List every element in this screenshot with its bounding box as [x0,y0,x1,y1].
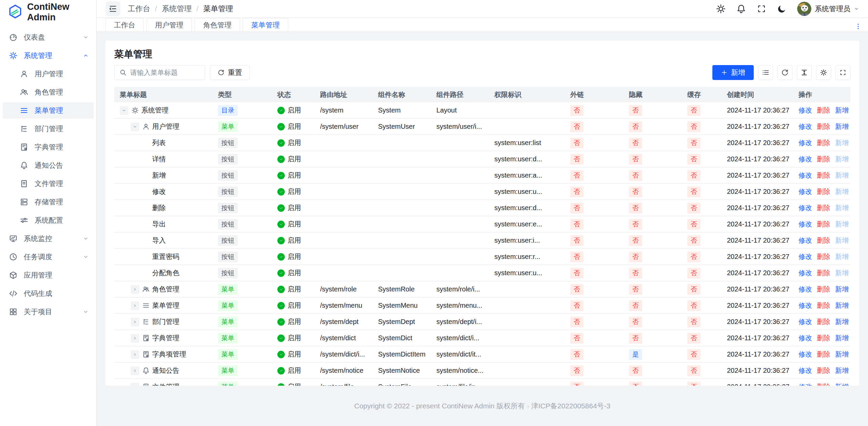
tree-expand-button[interactable] [120,106,129,115]
delete-link[interactable]: 删除 [817,187,830,196]
add-link: 新增 [835,155,849,164]
sidebar-item-grid[interactable]: 关于项目 [3,304,94,320]
tree-expand-button[interactable] [131,366,139,375]
sidebar-item-dashboard[interactable]: 仪表盘 [3,29,94,45]
tree-expand-button[interactable] [131,122,139,131]
moon-icon[interactable] [777,4,787,14]
delete-link[interactable]: 删除 [817,382,830,386]
add-link[interactable]: 新增 [835,366,849,375]
sidebar-item-bell[interactable]: 通知公告 [3,157,94,174]
expand-collapse-list-button[interactable] [758,65,773,80]
sidebar-item-config[interactable]: 系统配置 [3,212,94,228]
sidebar-item-dict[interactable]: 字典管理 [3,139,94,155]
table-fullscreen-button[interactable] [835,65,850,80]
edit-link[interactable]: 修改 [798,317,812,326]
settings-icon[interactable] [716,4,726,14]
add-link[interactable]: 新增 [835,301,849,310]
tree-expand-button[interactable] [131,334,139,343]
refresh-table-button[interactable] [777,65,792,80]
edit-link[interactable]: 修改 [798,236,812,245]
delete-link[interactable]: 删除 [817,236,830,245]
edit-link[interactable]: 修改 [798,155,812,164]
breadcrumb-item[interactable]: 工作台 [128,4,150,14]
route-cell: /system/user [315,119,373,135]
search-input[interactable] [130,69,200,77]
avatar[interactable] [797,2,811,16]
sidebar-item-menu[interactable]: 菜单管理 [3,102,94,119]
add-link[interactable]: 新增 [835,106,849,115]
edit-link[interactable]: 修改 [798,138,812,147]
delete-link[interactable]: 删除 [817,285,830,294]
user-menu[interactable]: 系统管理员 [797,2,859,16]
add-link[interactable]: 新增 [835,333,849,343]
edit-link[interactable]: 修改 [798,350,812,359]
tab[interactable]: 用户管理 [146,18,192,32]
delete-link[interactable]: 删除 [817,106,830,115]
delete-link[interactable]: 删除 [817,317,830,326]
edit-link[interactable]: 修改 [798,220,812,229]
edit-link[interactable]: 修改 [798,203,812,212]
tree-expand-button[interactable] [131,285,139,294]
add-button[interactable]: 新增 [712,65,754,80]
component-path-cell: system/notice... [431,363,489,379]
tab-more-icon[interactable] [852,21,864,32]
edit-link[interactable]: 修改 [798,268,812,278]
edit-link[interactable]: 修改 [798,187,812,196]
add-link[interactable]: 新增 [835,350,849,359]
delete-link[interactable]: 删除 [817,301,830,310]
edit-link[interactable]: 修改 [798,285,812,294]
add-link[interactable]: 新增 [835,122,849,131]
sidebar-item-file[interactable]: 文件管理 [3,176,94,192]
edit-link[interactable]: 修改 [798,382,812,386]
logo-icon [8,4,22,20]
reset-button[interactable]: 重置 [210,65,250,80]
sidebar-item-code[interactable]: 代码生成 [3,285,94,302]
notification-icon[interactable] [736,4,746,14]
delete-link[interactable]: 删除 [817,155,830,164]
delete-link[interactable]: 删除 [817,171,830,180]
sidebar-item-user[interactable]: 用户管理 [3,66,94,82]
sidebar-item-storage[interactable]: 存储管理 [3,194,94,210]
tab[interactable]: 菜单管理 [243,18,288,32]
fullscreen-icon[interactable] [756,4,767,14]
add-link[interactable]: 新增 [835,317,849,326]
delete-link[interactable]: 删除 [817,203,830,212]
route-cell [315,135,373,151]
edit-link[interactable]: 修改 [798,252,812,261]
delete-link[interactable]: 删除 [817,252,830,261]
delete-link[interactable]: 删除 [817,350,830,359]
sidebar-item-clock[interactable]: 任务调度 [3,249,94,265]
delete-link[interactable]: 删除 [817,268,830,278]
tree-expand-button[interactable] [131,318,139,326]
column-settings-button[interactable] [816,65,831,80]
add-link[interactable]: 新增 [835,285,849,294]
edit-link[interactable]: 修改 [798,366,812,375]
logo[interactable]: ContiNew Admin [0,0,96,24]
edit-link[interactable]: 修改 [798,122,812,131]
sidebar-collapse-button[interactable] [105,1,120,16]
tab[interactable]: 角色管理 [195,18,240,32]
sidebar-item-settings[interactable]: 系统管理 [3,47,94,64]
edit-link[interactable]: 修改 [798,106,812,115]
external-link-cell: 否 [565,102,624,118]
tree-expand-button[interactable] [131,383,139,386]
delete-link[interactable]: 删除 [817,122,830,131]
edit-link[interactable]: 修改 [798,301,812,310]
delete-link[interactable]: 删除 [817,220,830,229]
edit-link[interactable]: 修改 [798,171,812,180]
delete-link[interactable]: 删除 [817,333,830,343]
tree-expand-button[interactable] [131,301,139,310]
tree-expand-button[interactable] [131,350,139,359]
sidebar-item-user-group[interactable]: 角色管理 [3,84,94,100]
sidebar-item-monitor[interactable]: 系统监控 [3,230,94,247]
breadcrumb-item[interactable]: 系统管理 [162,4,192,14]
add-link[interactable]: 新增 [835,382,849,386]
actions-cell: 修改删除新增 [793,232,850,248]
row-density-button[interactable] [797,65,812,80]
sidebar-item-cube[interactable]: 应用管理 [3,267,94,283]
delete-link[interactable]: 删除 [817,366,830,375]
tab[interactable]: 工作台 [105,18,144,32]
sidebar-item-tree[interactable]: 部门管理 [3,121,94,137]
edit-link[interactable]: 修改 [798,333,812,343]
delete-link[interactable]: 删除 [817,138,830,147]
